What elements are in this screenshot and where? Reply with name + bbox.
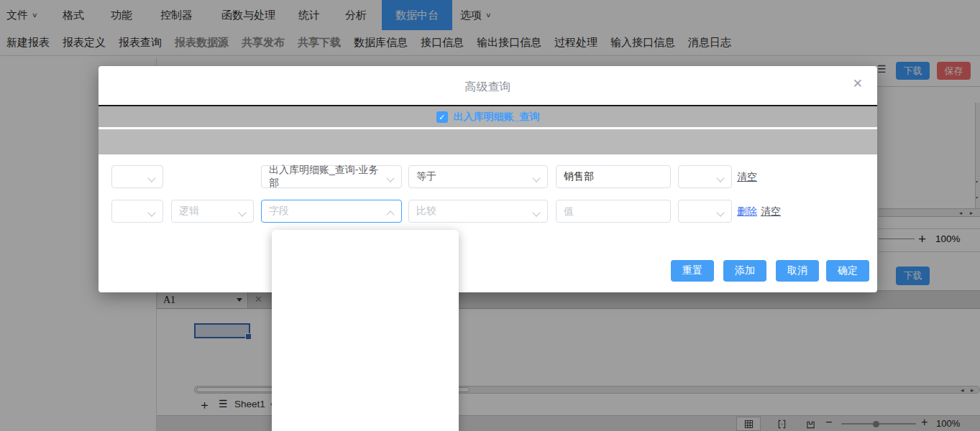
- row1-clear-link[interactable]: 清空: [737, 165, 757, 188]
- row2-close-paren-select[interactable]: [678, 200, 732, 223]
- row1-open-paren-select[interactable]: [111, 165, 163, 188]
- row1-value-input[interactable]: [557, 166, 670, 187]
- application-window: 文件∨格式功能控制器函数与处理统计分析数据中台选项∨ 新建报表报表定义报表查询报…: [0, 0, 980, 431]
- row1-compare-select[interactable]: 等于: [408, 165, 548, 188]
- row2-field-select[interactable]: 字段: [261, 200, 402, 223]
- chevron-down-icon: [147, 208, 155, 216]
- dataset-label: 出入库明细账_查询: [454, 111, 540, 124]
- dataset-checkbox[interactable]: ✓: [436, 111, 448, 123]
- row2-delete-link[interactable]: 删除: [737, 200, 757, 223]
- chevron-down-icon: [238, 208, 246, 216]
- add-button[interactable]: 添加: [723, 260, 766, 282]
- dropdown-notch: [325, 230, 335, 235]
- row2-value-input-wrap: [556, 200, 671, 223]
- row2-value-input[interactable]: [557, 200, 670, 222]
- row2-clear-link[interactable]: 清空: [761, 200, 781, 223]
- advanced-query-dialog: 高级查询 ✕ ✓ 出入库明细账_查询 出入库明细账_查询-业务部 等于 清空 逻…: [99, 66, 877, 292]
- row2-open-paren-select[interactable]: [111, 200, 163, 223]
- chevron-down-icon: [147, 174, 155, 182]
- row1-field-select[interactable]: 出入库明细账_查询-业务部: [261, 165, 402, 188]
- row1-close-paren-select[interactable]: [678, 165, 732, 188]
- chevron-up-icon: [386, 210, 394, 218]
- dataset-row: ✓ 出入库明细账_查询: [99, 106, 877, 127]
- chevron-down-icon: [532, 174, 540, 182]
- chevron-down-icon: [386, 174, 394, 182]
- dialog-title: 高级查询: [99, 80, 877, 95]
- cancel-button[interactable]: 取消: [776, 260, 819, 282]
- condition-table-header: [99, 129, 877, 154]
- chevron-down-icon: [532, 208, 540, 216]
- reset-button[interactable]: 重置: [671, 260, 714, 282]
- row2-compare-select[interactable]: 比较: [408, 200, 548, 223]
- chevron-down-icon: [716, 174, 724, 182]
- field-options-dropdown: [272, 230, 459, 431]
- row1-value-input-wrap: [556, 165, 671, 188]
- chevron-down-icon: [716, 208, 724, 216]
- row2-logic-select[interactable]: 逻辑: [171, 200, 254, 223]
- confirm-button[interactable]: 确定: [826, 260, 869, 282]
- close-icon[interactable]: ✕: [853, 76, 863, 91]
